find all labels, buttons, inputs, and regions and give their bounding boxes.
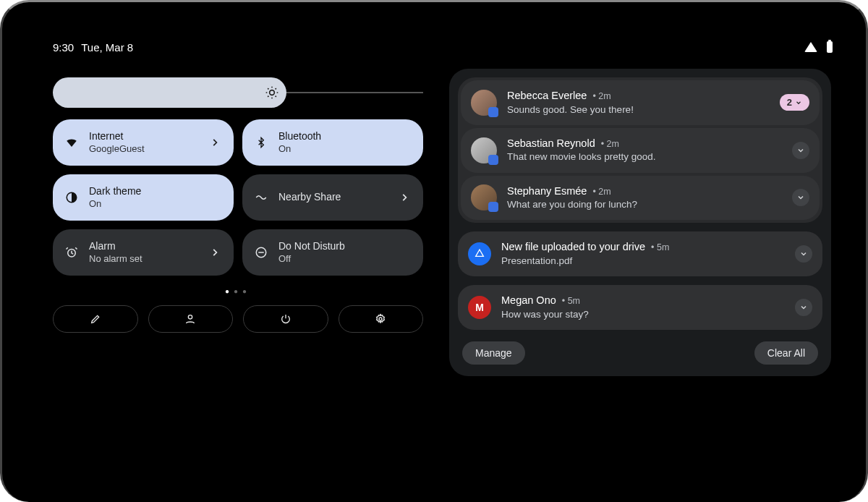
avatar [471, 90, 497, 116]
brightness-icon [265, 85, 279, 100]
group-expand-button[interactable]: 2 [780, 94, 809, 111]
wifi-icon [64, 135, 79, 150]
notification-title: New file uploaded to your drive [501, 240, 645, 255]
battery-icon [822, 40, 837, 54]
chevron-right-icon[interactable] [397, 190, 412, 205]
tile-subtitle: On [89, 198, 141, 210]
timestamp: • 2m [592, 90, 610, 103]
quick-settings-panel: Internet GoogleGuest Bluetooth On [53, 77, 423, 333]
user-icon [183, 312, 197, 326]
tile-internet[interactable]: Internet GoogleGuest [53, 119, 234, 166]
tile-subtitle: No alarm set [89, 253, 142, 265]
pencil-icon [88, 312, 103, 326]
message-preview: What are you doing for lunch? [507, 198, 782, 211]
user-switch-button[interactable] [148, 305, 234, 333]
svg-point-5 [379, 318, 382, 320]
tile-do-not-disturb[interactable]: Do Not Disturb Off [242, 229, 423, 276]
date: Tue, Mar 8 [81, 41, 133, 54]
tile-dark-theme[interactable]: Dark theme On [53, 174, 234, 221]
timestamp: • 5m [651, 242, 669, 254]
timestamp: • 2m [592, 186, 610, 198]
manage-button[interactable]: Manage [462, 341, 525, 365]
bluetooth-icon [254, 135, 268, 150]
message-preview: That new movie looks pretty good. [507, 150, 782, 163]
nearby-share-icon [254, 190, 268, 205]
tile-title: Bluetooth [278, 130, 321, 143]
tile-title: Alarm [89, 240, 142, 253]
notification-item[interactable]: Sebastian Reynold • 2m That new movie lo… [461, 128, 820, 173]
avatar [471, 184, 497, 210]
chevron-right-icon[interactable] [208, 245, 222, 260]
tile-subtitle: Off [278, 253, 345, 265]
chevron-right-icon[interactable] [208, 135, 222, 150]
device-frame: 9:30 Tue, Mar 8 [0, 0, 868, 502]
notification-item[interactable]: New file uploaded to your drive • 5m Pre… [458, 231, 822, 276]
edit-tiles-button[interactable] [53, 305, 138, 333]
gmail-icon: M [468, 296, 491, 319]
tile-title: Dark theme [89, 185, 141, 198]
message-preview: Sounds good. See you there! [507, 103, 770, 116]
drive-icon [468, 242, 491, 265]
tile-alarm[interactable]: Alarm No alarm set [53, 229, 234, 276]
tile-subtitle: On [278, 143, 321, 155]
wifi-icon [804, 40, 818, 54]
page-indicator: ●●● [53, 287, 423, 295]
alarm-icon [64, 245, 79, 260]
sender-name: Megan Ono [501, 294, 556, 308]
message-preview: Presentation.pdf [501, 255, 785, 268]
contrast-icon [64, 190, 79, 205]
notification-shade: Rebecca Everlee • 2m Sounds good. See yo… [449, 69, 831, 376]
tile-title: Nearby Share [278, 191, 341, 204]
status-bar: 9:30 Tue, Mar 8 [53, 38, 837, 56]
expand-button[interactable] [792, 142, 809, 159]
conversation-group: Rebecca Everlee • 2m Sounds good. See yo… [458, 77, 822, 223]
svg-point-4 [189, 315, 192, 319]
brightness-slider[interactable] [53, 77, 423, 108]
tile-bluetooth[interactable]: Bluetooth On [242, 119, 423, 166]
notification-item[interactable]: Rebecca Everlee • 2m Sounds good. See yo… [461, 80, 820, 125]
message-preview: How was your stay? [501, 308, 785, 321]
sender-name: Rebecca Everlee [507, 89, 587, 103]
settings-button[interactable] [339, 305, 424, 333]
expand-button[interactable] [795, 299, 812, 316]
expand-button[interactable] [795, 245, 812, 263]
timestamp: • 2m [601, 138, 619, 150]
svg-point-0 [270, 90, 275, 95]
tile-subtitle: GoogleGuest [89, 143, 145, 155]
power-button[interactable] [243, 305, 328, 333]
sender-name: Sebastian Reynold [507, 137, 595, 151]
timestamp: • 5m [562, 295, 580, 307]
clock: 9:30 [53, 41, 74, 54]
tile-title: Do Not Disturb [278, 240, 345, 253]
avatar [471, 137, 497, 163]
expand-button[interactable] [792, 189, 809, 206]
sender-name: Stephany Esmée [507, 184, 587, 199]
clear-all-button[interactable]: Clear All [754, 341, 818, 365]
power-icon [278, 312, 293, 326]
tile-title: Internet [89, 130, 145, 143]
group-count: 2 [787, 97, 792, 108]
notification-item[interactable]: M Megan Ono • 5m How was your stay? [458, 285, 822, 330]
notification-item[interactable]: Stephany Esmée • 2m What are you doing f… [461, 176, 820, 221]
dnd-icon [254, 245, 268, 260]
gear-icon [373, 312, 388, 326]
tile-nearby-share[interactable]: Nearby Share [242, 174, 423, 221]
